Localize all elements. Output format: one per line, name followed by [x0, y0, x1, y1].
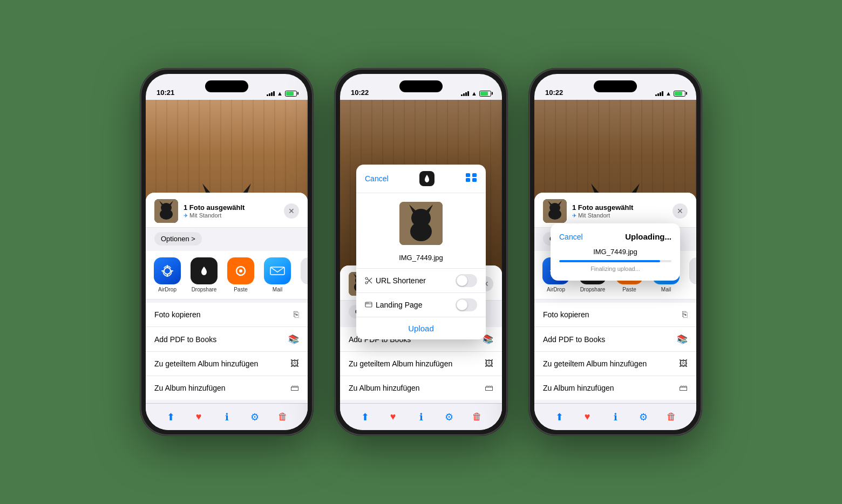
dropshare-cancel-btn-2[interactable]: Cancel — [365, 174, 389, 183]
wifi-icon-2: ▲ — [471, 90, 477, 97]
album-icon-1: 🗃 — [290, 383, 299, 393]
svg-rect-34 — [466, 173, 470, 177]
app-icons-row-1: AirDrop Dropshare — [146, 251, 308, 299]
action-shared-album-3[interactable]: Zu geteiltem Album hinzufügen 🖼 — [534, 352, 696, 376]
action-foto-kopieren-1[interactable]: Foto kopieren ⎘ — [146, 303, 308, 327]
mail-icon-1 — [264, 257, 291, 284]
share-header-1: 1 Foto ausgewählt ✈ Mit Standort ✕ — [146, 193, 308, 228]
app-icon-item-mail-1[interactable]: Mail — [261, 257, 294, 292]
share-title-3: 1 Foto ausgewählt — [572, 203, 667, 212]
heart-toolbar-btn-1[interactable]: ♥ — [191, 410, 206, 425]
battery-icon-2 — [479, 91, 491, 97]
trash-toolbar-btn-2[interactable]: 🗑 — [470, 410, 485, 425]
heart-toolbar-btn-2[interactable]: ♥ — [385, 410, 400, 425]
signal-bar-2 — [269, 93, 270, 96]
info-toolbar-btn-3[interactable]: ℹ — [608, 410, 623, 425]
app-icon-item-more-1[interactable]: ··· Mehr — [298, 257, 308, 292]
trash-toolbar-btn-1[interactable]: 🗑 — [275, 410, 290, 425]
landing-page-row: Landing Page — [356, 292, 486, 317]
landing-page-toggle[interactable] — [456, 298, 477, 311]
action-pdf-1[interactable]: Add PDF to Books 📚 — [146, 327, 308, 352]
more-icon-1: ··· — [301, 257, 308, 284]
svg-point-44 — [365, 277, 368, 280]
action-list-3: Foto kopieren ⎘ Add PDF to Books 📚 Zu ge… — [534, 303, 696, 400]
svg-point-15 — [164, 268, 171, 274]
share-toolbar-btn-2[interactable]: ⬆ — [357, 410, 372, 425]
url-shortener-label: URL Shortener — [365, 276, 426, 285]
location-icon-3: ✈ — [572, 213, 576, 219]
action-pdf-3[interactable]: Add PDF to Books 📚 — [534, 327, 696, 352]
uploading-status-3: Finalizing upload... — [559, 265, 671, 272]
paste-label-3: Paste — [622, 287, 636, 292]
app-icon-item-paste-1[interactable]: Paste — [225, 257, 257, 292]
adjust-toolbar-btn-2[interactable]: ⚙ — [442, 410, 457, 425]
uploading-cancel-btn-3[interactable]: Cancel — [559, 233, 583, 241]
signal-bar-1 — [267, 94, 268, 96]
url-shortener-toggle[interactable] — [456, 274, 477, 287]
signal-bar-9 — [655, 94, 657, 96]
airdrop-label-3: AirDrop — [547, 287, 565, 292]
battery-icon-3 — [674, 91, 685, 97]
action-shared-album-2[interactable]: Zu geteiltem Album hinzufügen 🖼 — [340, 352, 502, 376]
mail-svg-1 — [270, 267, 285, 275]
info-toolbar-btn-2[interactable]: ℹ — [413, 410, 429, 425]
share-toolbar-btn-1[interactable]: ⬆ — [163, 410, 178, 425]
shared-icon-2: 🖼 — [485, 359, 493, 369]
share-close-btn-1[interactable]: ✕ — [284, 203, 299, 219]
info-toolbar-btn-1[interactable]: ℹ — [219, 410, 234, 425]
signal-bars-1 — [267, 91, 275, 96]
app-icon-item-more-3[interactable]: ▶ W — [687, 257, 696, 292]
signal-bar-6 — [463, 93, 465, 96]
upload-btn-2[interactable]: Upload — [356, 317, 486, 339]
share-toolbar-btn-3[interactable]: ⬆ — [552, 410, 567, 425]
action-album-3[interactable]: Zu Album hinzufügen 🗃 — [534, 376, 696, 400]
grid-svg-2 — [465, 173, 477, 182]
airdrop-label-1: AirDrop — [158, 287, 176, 292]
share-thumb-3 — [543, 199, 567, 223]
mail-label-1: Mail — [273, 287, 282, 292]
share-info-1: 1 Foto ausgewählt ✈ Mit Standort — [184, 203, 279, 219]
share-thumb-1 — [154, 199, 178, 223]
status-icons-1: ▲ — [267, 90, 297, 97]
heart-toolbar-btn-3[interactable]: ♥ — [580, 410, 595, 425]
photo-toolbar-2: ⬆ ♥ ℹ ⚙ 🗑 — [340, 403, 502, 430]
progress-bar-bg-3 — [559, 260, 671, 262]
action-shared-album-1[interactable]: Zu geteiltem Album hinzufügen 🖼 — [146, 352, 308, 376]
trash-toolbar-btn-3[interactable]: 🗑 — [664, 410, 679, 425]
dropshare-icon-1 — [191, 257, 218, 284]
books-icon-1: 📚 — [288, 334, 299, 344]
dropshare-modal-2: Cancel — [356, 165, 486, 339]
phone-3: 10:22 ▲ — [529, 69, 702, 435]
airdrop-icon-1 — [154, 257, 181, 284]
wifi-icon-1: ▲ — [277, 90, 283, 97]
landing-page-label: Landing Page — [365, 301, 422, 309]
signal-bar-7 — [465, 92, 467, 96]
grid-icon-2[interactable] — [465, 173, 477, 185]
action-album-2[interactable]: Zu Album hinzufügen 🗃 — [340, 376, 502, 400]
uploading-modal-3: Cancel Uploading... IMG_7449.jpg Finaliz… — [551, 223, 680, 281]
copy-icon-1: ⎘ — [294, 310, 299, 319]
signal-bar-3 — [271, 92, 273, 96]
dropshare-header-2: Cancel — [356, 165, 486, 193]
options-btn-1[interactable]: Optionen > — [154, 232, 202, 246]
share-close-btn-3[interactable]: ✕ — [673, 203, 688, 219]
status-icons-3: ▲ — [655, 90, 685, 97]
adjust-toolbar-btn-1[interactable]: ⚙ — [247, 410, 262, 425]
thumb-dog-ds — [399, 202, 443, 245]
adjust-toolbar-btn-3[interactable]: ⚙ — [636, 410, 651, 425]
phone-2: 10:22 ▲ — [335, 69, 507, 435]
copy-icon-3: ⎘ — [682, 310, 688, 319]
album-icon-2: 🗃 — [485, 383, 493, 393]
action-album-1[interactable]: Zu Album hinzufügen 🗃 — [146, 376, 308, 400]
signal-bars-2 — [461, 91, 469, 96]
battery-icon-1 — [285, 91, 297, 97]
action-foto-kopieren-3[interactable]: Foto kopieren ⎘ — [534, 303, 696, 327]
app-icon-item-dropshare-1[interactable]: Dropshare — [188, 257, 220, 292]
battery-fill-2 — [480, 92, 488, 96]
svg-point-17 — [239, 269, 242, 273]
mail-label-3: Mail — [661, 287, 671, 292]
app-icon-item-airdrop-1[interactable]: AirDrop — [151, 257, 184, 292]
action-list-1: Foto kopieren ⎘ Add PDF to Books 📚 Zu ge… — [146, 303, 308, 400]
phone-3-screen: 10:22 ▲ — [534, 74, 696, 430]
signal-bar-5 — [461, 94, 463, 96]
